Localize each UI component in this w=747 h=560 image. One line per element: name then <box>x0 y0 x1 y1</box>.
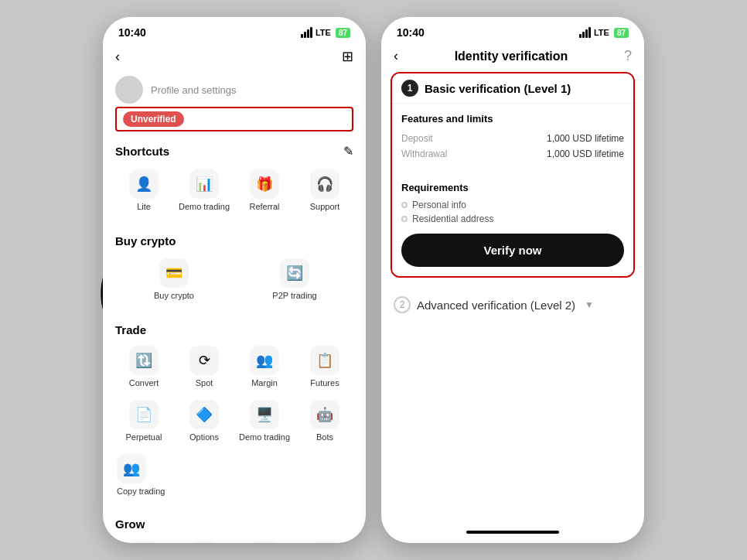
support-icon: 🎧 <box>310 169 339 199</box>
buy-grid: 💳 Buy crypto 🔄 P2P trading <box>103 251 366 311</box>
back-icon-1[interactable]: ‹ <box>115 49 120 65</box>
bar4b <box>588 27 591 38</box>
lite-label: Lite <box>137 202 151 211</box>
status-icons-1: LTE 87 <box>301 27 350 38</box>
demo-trade-label: Demo trading <box>239 432 290 442</box>
futures-label: Futures <box>310 378 339 388</box>
futures-icon: 📋 <box>310 346 339 375</box>
grow-grid: 💰 Earn 🚀 Jumpstart ₿ Earn 📈 Shark Fin <box>103 534 366 543</box>
nav-bar-1: ‹ ⊞ <box>103 43 366 70</box>
copy-trading-section: 👥 Copy trading <box>103 448 366 505</box>
empty-space <box>381 323 644 524</box>
deposit-row: Deposit 1,000 USD lifetime <box>401 131 624 146</box>
bar3 <box>307 29 309 38</box>
lte-2: LTE <box>594 28 609 37</box>
advanced-verification-section[interactable]: 2 Advanced verification (Level 2) ▼ <box>381 287 644 323</box>
bar1b <box>579 34 582 38</box>
battery-2: 87 <box>614 28 629 38</box>
perpetual-item[interactable]: 📄 Perpetual <box>115 397 172 445</box>
bar3b <box>585 29 588 38</box>
p2p-label: P2P trading <box>272 291 316 300</box>
profile-info: Profile and settings <box>151 84 237 96</box>
status-icons-2: LTE 87 <box>579 27 629 38</box>
features-section: Features and limits Deposit 1,000 USD li… <box>392 104 633 171</box>
phone-2: 10:40 LTE 87 ‹ Identity verification ? <box>381 17 644 543</box>
basic-verification-highlight: 1 Basic verification (Level 1) Features … <box>391 72 635 278</box>
status-bar-2: 10:40 LTE 87 <box>381 17 644 43</box>
buy-crypto-item[interactable]: 💳 Buy crypto <box>115 254 233 305</box>
sharkfin-item[interactable]: 📈 Shark Fin <box>296 537 353 543</box>
demo-trade-icon: 🖥️ <box>250 400 279 429</box>
shortcut-support[interactable]: 🎧 Support <box>296 165 353 216</box>
demo-trade-item[interactable]: 🖥️ Demo trading <box>236 397 293 445</box>
perpetual-label: Perpetual <box>125 432 162 442</box>
buy-header: Buy crypto <box>103 228 366 251</box>
bar2b <box>582 32 585 38</box>
bar1 <box>301 34 303 38</box>
time-1: 10:40 <box>118 26 146 39</box>
profile-section: Profile and settings <box>103 70 366 107</box>
nav-expand-icon[interactable]: ⊞ <box>342 48 353 65</box>
p2p-item[interactable]: 🔄 P2P trading <box>236 254 353 305</box>
shortcuts-edit-icon[interactable]: ✎ <box>343 144 353 159</box>
req-dot-1 <box>401 202 408 208</box>
convert-label: Convert <box>129 378 159 388</box>
verify-now-button[interactable]: Verify now <box>401 234 624 267</box>
page-title: Identity verification <box>398 50 624 63</box>
bots-item[interactable]: 🤖 Bots <box>296 397 353 445</box>
margin-item[interactable]: 👥 Margin <box>236 343 293 391</box>
copy-trading-item[interactable]: 👥 Copy trading <box>115 451 353 499</box>
shortcuts-title: Shortcuts <box>115 145 169 158</box>
earn-item[interactable]: 💰 Earn <box>115 537 172 543</box>
earn2-item[interactable]: ₿ Earn <box>236 537 293 543</box>
jumpstart-icon: 🚀 <box>189 541 219 543</box>
jumpstart-item[interactable]: 🚀 Jumpstart <box>176 537 233 543</box>
lte-1: LTE <box>316 28 331 37</box>
deposit-value: 1,000 USD lifetime <box>547 133 624 144</box>
shortcut-demo[interactable]: 📊 Demo trading <box>176 165 233 216</box>
withdrawal-row: Withdrawal 1,000 USD lifetime <box>401 146 624 162</box>
shortcut-referral[interactable]: 🎁 Referral <box>236 165 293 216</box>
req-dot-2 <box>401 216 408 222</box>
bar4 <box>310 27 312 38</box>
sharkfin-icon: 📈 <box>310 541 339 543</box>
withdrawal-label: Withdrawal <box>401 149 447 159</box>
bots-label: Bots <box>316 432 333 442</box>
time-2: 10:40 <box>397 26 425 39</box>
earn2-icon: ₿ <box>250 541 279 543</box>
p2p-icon: 🔄 <box>280 258 309 288</box>
margin-label: Margin <box>251 378 278 388</box>
verification-nav: ‹ Identity verification ? <box>381 43 644 72</box>
signal-bars-1 <box>301 27 312 38</box>
unverified-highlight[interactable]: Unverified <box>115 107 353 131</box>
adv-title: Advanced verification (Level 2) <box>417 299 575 312</box>
features-title: Features and limits <box>401 113 624 125</box>
chevron-down-icon: ▼ <box>585 299 594 310</box>
phone-1: 10:40 LTE 87 ‹ ⊞ Profile and settings <box>103 17 366 543</box>
convert-icon: 🔃 <box>129 346 159 375</box>
futures-item[interactable]: 📋 Futures <box>296 343 353 391</box>
home-bar-2 <box>466 531 559 534</box>
spot-item[interactable]: ⟳ Spot <box>176 343 233 391</box>
convert-item[interactable]: 🔃 Convert <box>115 343 172 391</box>
help-icon[interactable]: ? <box>624 48 632 64</box>
level-title: Basic verification (Level 1) <box>425 82 571 95</box>
copy-trading-label: Copy trading <box>117 487 165 496</box>
unverified-badge[interactable]: Unverified <box>123 111 184 127</box>
spot-label: Spot <box>196 378 213 388</box>
req-title: Requirements <box>401 182 624 193</box>
home-indicator-2 <box>381 524 644 543</box>
options-item[interactable]: 🔷 Options <box>176 397 233 445</box>
adv-number: 2 <box>394 296 411 313</box>
margin-icon: 👥 <box>250 346 279 375</box>
shortcut-lite[interactable]: 👤 Lite <box>115 165 172 216</box>
signal-bars-2 <box>579 27 591 38</box>
trade-grid-row1: 🔃 Convert ⟳ Spot 👥 Margin 📋 Futures <box>103 340 366 394</box>
options-icon: 🔷 <box>189 400 219 429</box>
referral-icon: 🎁 <box>250 169 279 199</box>
level-header: 1 Basic verification (Level 1) <box>392 73 633 104</box>
trade-grid-row2: 📄 Perpetual 🔷 Options 🖥️ Demo trading 🤖 … <box>103 394 366 448</box>
perpetual-icon: 📄 <box>129 400 159 429</box>
spot-icon: ⟳ <box>189 346 219 375</box>
demo-icon: 📊 <box>189 169 219 199</box>
